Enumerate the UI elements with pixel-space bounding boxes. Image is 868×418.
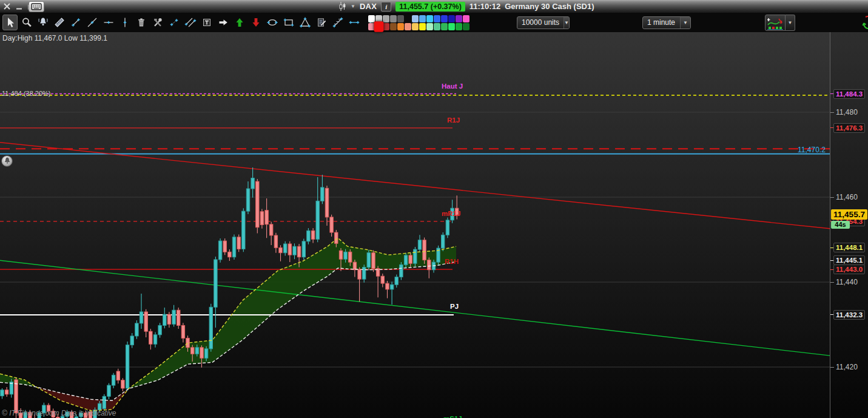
candle bbox=[214, 260, 217, 307]
info-icon[interactable]: i bbox=[381, 2, 391, 12]
fibonacci-tool-button[interactable] bbox=[330, 15, 345, 30]
candle bbox=[288, 244, 291, 255]
trendline-tool-button[interactable] bbox=[84, 15, 99, 30]
price-change-badge: 11,455.7 (+0.37%) bbox=[395, 2, 465, 12]
triangle-tool-tool-button[interactable] bbox=[297, 15, 312, 30]
ruler-tool-button[interactable] bbox=[52, 15, 67, 30]
instrument-dropdown-caret[interactable]: ▼ bbox=[351, 4, 355, 9]
minimize-icon[interactable] bbox=[16, 3, 22, 10]
horizontal-measure-tool-button[interactable] bbox=[346, 15, 362, 30]
candle bbox=[242, 211, 245, 249]
candle bbox=[284, 244, 287, 253]
candle bbox=[344, 252, 347, 259]
price-axis[interactable]: 11,48011,46011,44011,42011,484.311,476.3… bbox=[830, 32, 868, 418]
palette-color-15[interactable] bbox=[374, 21, 384, 32]
add-indicator-button[interactable] bbox=[765, 15, 786, 31]
palette-color-26[interactable] bbox=[456, 23, 462, 30]
candle bbox=[232, 237, 235, 257]
candle bbox=[307, 231, 310, 241]
rectangle-tool-tool-button[interactable] bbox=[281, 15, 296, 30]
candle bbox=[218, 241, 221, 260]
palette-color-10[interactable] bbox=[441, 15, 448, 22]
units-value: 10000 units bbox=[517, 17, 564, 29]
candle bbox=[153, 335, 156, 344]
palette-color-9[interactable] bbox=[434, 15, 440, 22]
ax-tick bbox=[830, 112, 834, 113]
text-tool-tool-button[interactable] bbox=[199, 15, 214, 30]
candle bbox=[270, 224, 273, 235]
candle bbox=[353, 262, 356, 270]
palette-color-8[interactable] bbox=[426, 15, 433, 22]
candle bbox=[321, 187, 324, 201]
settings-tool-button[interactable] bbox=[150, 15, 165, 30]
arrow-up-tool-button[interactable] bbox=[232, 15, 247, 30]
cursor-tool-button[interactable] bbox=[2, 15, 18, 30]
palette-color-27[interactable] bbox=[463, 23, 469, 30]
palette-color-19[interactable] bbox=[405, 23, 411, 30]
instrument-symbol[interactable]: DAX bbox=[360, 2, 377, 11]
palette-color-11[interactable] bbox=[448, 15, 455, 22]
palette-color-2[interactable] bbox=[383, 15, 389, 22]
indicator-dropdown-button[interactable]: ▼ bbox=[786, 15, 795, 31]
ellipse-tool-icon bbox=[266, 16, 278, 29]
palette-color-21[interactable] bbox=[419, 23, 426, 30]
palette-color-4[interactable] bbox=[397, 15, 404, 22]
chevron-down-icon[interactable]: ▼ bbox=[564, 17, 569, 29]
palette-color-20[interactable] bbox=[412, 23, 419, 30]
palette-color-18[interactable] bbox=[397, 23, 404, 30]
candle bbox=[409, 255, 412, 263]
chart-canvas[interactable]: Haut JR1JmR1JR1HPJmS1J11,470.211,484 (38… bbox=[0, 32, 830, 418]
ellipse-tool-tool-button[interactable] bbox=[264, 15, 280, 30]
candle bbox=[363, 268, 366, 280]
candle bbox=[200, 348, 203, 359]
channel-tool-button[interactable] bbox=[183, 15, 198, 30]
candle bbox=[126, 345, 129, 388]
multi-point-tool-button[interactable] bbox=[166, 15, 181, 30]
cursor-icon bbox=[4, 16, 16, 29]
palette-color-23[interactable] bbox=[434, 23, 440, 30]
alert-bell-marker[interactable] bbox=[1, 155, 13, 167]
indicator-chart-icon bbox=[767, 16, 784, 30]
switch-arrows-icon[interactable] bbox=[860, 14, 868, 32]
color-palette bbox=[368, 15, 469, 30]
close-icon[interactable] bbox=[4, 3, 10, 10]
candle bbox=[103, 396, 106, 408]
palette-color-22[interactable] bbox=[426, 23, 433, 30]
palette-color-5[interactable] bbox=[405, 15, 411, 22]
candle bbox=[186, 338, 189, 347]
palette-color-3[interactable] bbox=[390, 15, 397, 22]
segment-tool-button[interactable] bbox=[68, 15, 83, 30]
ax-badge: 11,443.0 bbox=[833, 265, 865, 274]
vertical-line-tool-button[interactable] bbox=[117, 15, 132, 30]
palette-color-17[interactable] bbox=[390, 23, 397, 30]
candle bbox=[297, 246, 300, 257]
ax-badge: 11,484.3 bbox=[833, 89, 865, 99]
zoom-tool-tool-button[interactable] bbox=[19, 15, 34, 30]
keyboard-button[interactable] bbox=[29, 1, 44, 12]
delete-tool-button[interactable] bbox=[133, 15, 149, 30]
keyboard-icon bbox=[31, 2, 42, 11]
arrow-down-tool-button[interactable] bbox=[248, 15, 263, 30]
ax-plain: 11,460 bbox=[836, 193, 858, 201]
candle bbox=[349, 252, 352, 262]
timeframe-select[interactable]: 1 minute ▼ bbox=[642, 16, 691, 29]
chevron-down-icon[interactable]: ▼ bbox=[680, 17, 690, 29]
palette-color-13[interactable] bbox=[463, 15, 469, 22]
zoom-tool-icon bbox=[21, 16, 33, 29]
palette-color-25[interactable] bbox=[448, 23, 455, 30]
chart-area[interactable]: Haut JR1JmR1JR1HPJmS1J11,470.211,484 (38… bbox=[0, 32, 830, 418]
candle bbox=[395, 277, 398, 285]
horizontal-line-tool-button[interactable] bbox=[101, 15, 116, 30]
note-tool-tool-button[interactable] bbox=[314, 15, 329, 30]
palette-color-24[interactable] bbox=[441, 23, 448, 30]
palette-color-12[interactable] bbox=[456, 15, 462, 22]
palette-color-6[interactable] bbox=[412, 15, 419, 22]
candle bbox=[400, 265, 403, 277]
alerts-tool-button[interactable] bbox=[35, 15, 50, 30]
horizontal-line-icon bbox=[103, 16, 115, 29]
palette-color-16[interactable] bbox=[383, 23, 389, 30]
arrow-right-tool-button[interactable] bbox=[215, 15, 230, 30]
units-select[interactable]: 10000 units ▼ bbox=[517, 16, 570, 29]
alerts-icon bbox=[37, 16, 49, 29]
palette-color-7[interactable] bbox=[419, 15, 426, 22]
